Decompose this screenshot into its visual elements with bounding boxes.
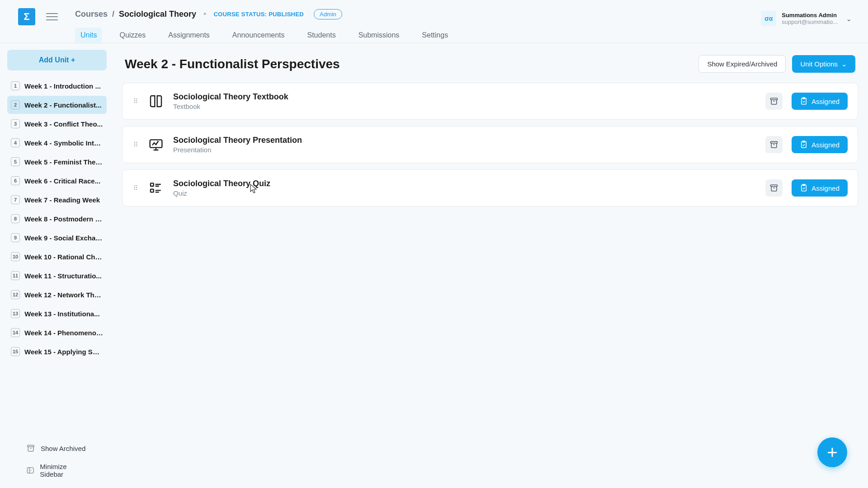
unit-number: 14 xyxy=(11,328,20,337)
sidebar-item-unit-4[interactable]: 4Week 4 - Symbolic Inte... xyxy=(7,134,107,152)
unit-number: 13 xyxy=(11,309,20,318)
assigned-button[interactable]: Assigned xyxy=(792,93,848,110)
drag-handle-icon[interactable]: ⠿ xyxy=(132,100,139,103)
unit-label: Week 15 - Applying Soc... xyxy=(24,348,103,356)
content-text: Sociological Theory QuizQuiz xyxy=(173,179,756,197)
svg-rect-9 xyxy=(151,183,154,186)
show-archived-label: Show Archived xyxy=(41,445,85,452)
user-email: support@summatio... xyxy=(782,19,838,25)
tab-assignments[interactable]: Assignments xyxy=(163,28,215,43)
tab-settings[interactable]: Settings xyxy=(416,28,453,43)
unit-number: 15 xyxy=(11,347,20,356)
tab-submissions[interactable]: Submissions xyxy=(353,28,405,43)
clipboard-check-icon xyxy=(800,97,808,105)
clipboard-check-icon xyxy=(800,141,808,149)
unit-number: 7 xyxy=(11,195,20,204)
sidebar-item-unit-14[interactable]: 14Week 14 - Phenomenolog... xyxy=(7,324,107,342)
unit-list: 1Week 1 - Introduction ...2Week 2 - Func… xyxy=(7,77,107,436)
add-fab[interactable]: + xyxy=(817,437,847,467)
body: Add Unit + 1Week 1 - Introduction ...2We… xyxy=(0,43,868,488)
show-expired-button[interactable]: Show Expired/Archived xyxy=(698,55,786,73)
unit-label: Week 2 - Functionalist... xyxy=(24,101,102,109)
content-title: Sociological Theory Quiz xyxy=(173,179,756,188)
sidebar: Add Unit + 1Week 1 - Introduction ...2We… xyxy=(0,43,114,488)
user-menu[interactable]: σα Summations Admin support@summatio... … xyxy=(761,0,868,26)
sidebar-item-unit-3[interactable]: 3Week 3 - Conflict Theo... xyxy=(7,115,107,133)
archive-icon xyxy=(26,444,35,453)
sidebar-item-unit-13[interactable]: 13Week 13 - Institutiona... xyxy=(7,305,107,323)
sidebar-item-unit-10[interactable]: 10Week 10 - Rational Cho... xyxy=(7,248,107,266)
sidebar-item-unit-11[interactable]: 11Week 11 - Structuratio... xyxy=(7,267,107,285)
user-name: Summations Admin xyxy=(782,12,838,19)
unit-number: 4 xyxy=(11,138,20,147)
tab-students[interactable]: Students xyxy=(302,28,341,43)
content-type: Presentation xyxy=(173,146,756,154)
unit-number: 1 xyxy=(11,81,20,90)
sidebar-item-unit-8[interactable]: 8Week 8 - Postmodern Th... xyxy=(7,210,107,228)
plus-icon: + xyxy=(827,442,837,463)
drag-handle-icon[interactable]: ⠿ xyxy=(132,187,139,189)
breadcrumb-parent[interactable]: Courses xyxy=(75,9,108,19)
unit-label: Week 5 - Feminist Theo... xyxy=(24,158,103,166)
content-type: Quiz xyxy=(173,189,756,197)
show-archived-button[interactable]: Show Archived xyxy=(7,440,107,456)
hamburger-icon[interactable] xyxy=(46,11,58,23)
avatar: σα xyxy=(761,11,776,26)
tab-announcements[interactable]: Announcements xyxy=(227,28,290,43)
collapse-icon xyxy=(26,466,34,475)
chevron-down-icon: ⌄ xyxy=(841,60,847,68)
sidebar-item-unit-2[interactable]: 2Week 2 - Functionalist... xyxy=(7,96,107,114)
content-list: ⠿Sociological Theory TextbookTextbookAss… xyxy=(122,83,858,206)
assigned-label: Assigned xyxy=(811,184,840,192)
unit-label: Week 12 - Network Theo... xyxy=(24,291,103,299)
unit-label: Week 14 - Phenomenolog... xyxy=(24,329,103,337)
presentation-icon xyxy=(148,136,164,153)
header-left: Σ xyxy=(0,0,59,25)
unit-number: 9 xyxy=(11,233,20,242)
assigned-label: Assigned xyxy=(811,141,840,149)
archive-button[interactable] xyxy=(765,136,783,153)
tab-units[interactable]: Units xyxy=(75,28,102,43)
unit-label: Week 7 - Reading Week xyxy=(24,196,100,204)
unit-label: Week 13 - Institutiona... xyxy=(24,310,99,318)
sidebar-item-unit-7[interactable]: 7Week 7 - Reading Week xyxy=(7,191,107,209)
unit-number: 11 xyxy=(11,271,20,280)
sidebar-item-unit-1[interactable]: 1Week 1 - Introduction ... xyxy=(7,77,107,95)
svg-rect-0 xyxy=(28,445,34,446)
content-text: Sociological Theory PresentationPresenta… xyxy=(173,136,756,154)
unit-label: Week 8 - Postmodern Th... xyxy=(24,215,103,223)
add-unit-button[interactable]: Add Unit + xyxy=(7,50,107,70)
content-card[interactable]: ⠿Sociological Theory TextbookTextbookAss… xyxy=(122,83,858,120)
minimize-sidebar-button[interactable]: Minimize Sidebar xyxy=(7,459,107,482)
sidebar-item-unit-15[interactable]: 15Week 15 - Applying Soc... xyxy=(7,343,107,361)
unit-label: Week 10 - Rational Cho... xyxy=(24,253,103,261)
unit-label: Week 4 - Symbolic Inte... xyxy=(24,139,103,147)
archive-button[interactable] xyxy=(765,93,783,110)
assigned-label: Assigned xyxy=(811,98,840,105)
logo-icon[interactable]: Σ xyxy=(18,8,35,25)
content-card[interactable]: ⠿Sociological Theory QuizQuizAssigned xyxy=(122,169,858,206)
unit-options-label: Unit Options xyxy=(800,60,838,68)
unit-label: Week 6 - Critical Race... xyxy=(24,177,100,185)
clipboard-check-icon xyxy=(800,184,808,192)
svg-rect-6 xyxy=(771,141,778,143)
admin-badge: Admin xyxy=(314,9,342,19)
sidebar-item-unit-6[interactable]: 6Week 6 - Critical Race... xyxy=(7,172,107,190)
book-icon xyxy=(148,93,164,109)
chevron-down-icon[interactable]: ⌄ xyxy=(846,14,852,23)
sidebar-item-unit-5[interactable]: 5Week 5 - Feminist Theo... xyxy=(7,153,107,171)
content-card[interactable]: ⠿Sociological Theory PresentationPresent… xyxy=(122,126,858,163)
sidebar-item-unit-12[interactable]: 12Week 12 - Network Theo... xyxy=(7,286,107,304)
content-title: Sociological Theory Textbook xyxy=(173,92,756,102)
archive-button[interactable] xyxy=(765,179,783,197)
minimize-sidebar-label: Minimize Sidebar xyxy=(40,463,88,478)
main-header: Week 2 - Functionalist Perspectives Show… xyxy=(122,55,858,73)
tab-quizzes[interactable]: Quizzes xyxy=(114,28,151,43)
drag-handle-icon[interactable]: ⠿ xyxy=(132,143,139,146)
unit-options-button[interactable]: Unit Options ⌄ xyxy=(792,55,855,73)
quiz-icon xyxy=(148,180,164,196)
sidebar-item-unit-9[interactable]: 9Week 9 - Social Exchan... xyxy=(7,229,107,247)
content-title: Sociological Theory Presentation xyxy=(173,136,756,145)
assigned-button[interactable]: Assigned xyxy=(792,179,848,197)
assigned-button[interactable]: Assigned xyxy=(792,136,848,153)
